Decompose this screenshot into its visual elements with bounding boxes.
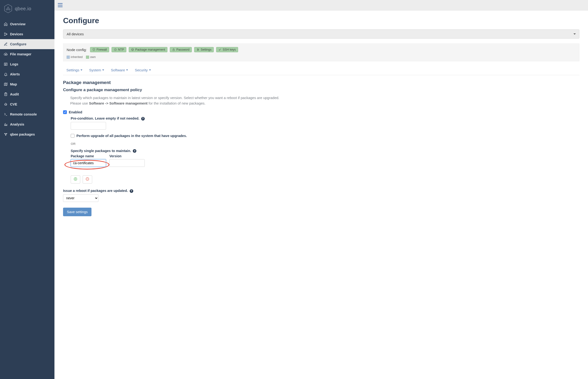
content: Configure All devices Node config: Firew… [54, 11, 588, 225]
svg-point-32 [219, 50, 220, 51]
sidebar-label: Devices [10, 32, 23, 36]
save-button[interactable]: Save settings [63, 208, 91, 216]
own-swatch [86, 56, 89, 59]
enabled-checkbox[interactable] [63, 110, 67, 114]
precondition-input[interactable] [71, 122, 106, 130]
nav-list: Overview Devices Configure File manager [0, 19, 54, 139]
help-icon[interactable]: ? [133, 149, 136, 153]
cloud-upload-icon [4, 52, 8, 56]
sidebar-item-file-manager[interactable]: File manager [0, 49, 54, 59]
tab-settings[interactable]: Settings [66, 68, 82, 72]
lock-icon [172, 48, 175, 51]
upgrade-all-row[interactable]: Perform upgrade of all packages in the s… [71, 134, 579, 138]
node-config-label: Node config: [67, 48, 87, 52]
sidebar-label: File manager [10, 52, 31, 56]
logo[interactable]: qbee.io [0, 0, 54, 19]
scope-selector[interactable]: All devices [63, 29, 579, 39]
help-icon[interactable]: ? [141, 117, 145, 121]
specify-label: Specify single packages to maintain. ? [71, 149, 579, 153]
chevron-down-icon [81, 69, 82, 71]
sidebar-item-alerts[interactable]: Alerts [0, 69, 54, 79]
svg-point-31 [197, 50, 198, 51]
sidebar: qbee.io Overview Devices Configure [0, 0, 54, 379]
version-label: Version [109, 154, 145, 158]
sidebar-item-logs[interactable]: Logs [0, 59, 54, 69]
reboot-select[interactable]: never [63, 194, 98, 202]
enabled-label: Enabled [69, 110, 82, 114]
node-config-bar: Node config: Firewall NTP Package manage… [63, 43, 579, 61]
chip-firewall[interactable]: Firewall [90, 47, 109, 52]
clock-icon [114, 48, 117, 51]
sidebar-item-map[interactable]: Map [0, 79, 54, 89]
sidebar-label: Audit [10, 92, 19, 96]
sidebar-label: Map [10, 82, 17, 86]
sidebar-item-cve[interactable]: CVE [0, 99, 54, 109]
chevron-down-icon [102, 69, 104, 71]
chevron-down-icon [126, 69, 128, 71]
packages-icon [4, 132, 8, 136]
package-name-label: Package name [71, 154, 106, 158]
version-input[interactable] [109, 159, 145, 167]
logo-icon [4, 4, 12, 13]
bell-icon [4, 72, 8, 76]
upgrade-all-label: Perform upgrade of all packages in the s… [76, 134, 187, 138]
chip-password[interactable]: Password [170, 47, 192, 52]
remove-package-button[interactable] [83, 175, 92, 184]
map-icon [4, 82, 8, 86]
analysis-icon [4, 122, 8, 126]
sidebar-label: Analysis [10, 122, 24, 126]
svg-point-3 [9, 9, 10, 10]
hamburger-icon[interactable] [58, 3, 63, 7]
help-icon[interactable]: ? [130, 189, 133, 193]
tab-system[interactable]: System [89, 68, 104, 72]
svg-point-7 [4, 33, 5, 34]
home-icon [4, 22, 8, 26]
svg-marker-0 [4, 4, 12, 13]
sidebar-label: Remote console [10, 112, 37, 116]
chevron-down-icon [573, 33, 576, 35]
chevron-down-icon [149, 69, 151, 71]
section-subtitle: Configure a package management policy [63, 88, 579, 92]
svg-point-30 [198, 49, 199, 50]
package-name-input[interactable] [71, 159, 106, 167]
or-label: OR [71, 142, 579, 146]
upgrade-all-checkbox[interactable] [71, 134, 75, 138]
sidebar-item-analysis[interactable]: Analysis [0, 119, 54, 129]
clipboard-check-icon [4, 92, 8, 96]
plus-circle-icon [74, 177, 77, 182]
svg-point-19 [5, 104, 7, 105]
svg-marker-14 [4, 83, 7, 86]
page-title: Configure [63, 16, 579, 25]
sidebar-label: Logs [10, 62, 18, 66]
bug-icon [4, 102, 8, 106]
sidebar-item-overview[interactable]: Overview [0, 19, 54, 29]
minus-circle-icon [85, 177, 89, 182]
package-row: Package name Version [71, 154, 579, 167]
terminal-icon [4, 112, 8, 116]
chip-package-management[interactable]: Package management [129, 47, 167, 52]
svg-point-29 [197, 49, 198, 49]
svg-line-4 [7, 8, 8, 9]
chip-settings[interactable]: Settings [194, 47, 214, 52]
reboot-label: Issue a reboot if packages are updated. … [63, 189, 579, 193]
logo-text: qbee.io [15, 6, 31, 12]
sidebar-item-devices[interactable]: Devices [0, 29, 54, 39]
chip-ntp[interactable]: NTP [112, 47, 126, 52]
tab-security[interactable]: Security [135, 68, 151, 72]
form: Enabled Pre-condition. Leave empty if no… [63, 110, 579, 216]
main: Configure All devices Node config: Firew… [54, 0, 588, 379]
legend: inherited own [67, 55, 576, 59]
tab-software[interactable]: Software [111, 68, 128, 72]
sidebar-label: Alerts [10, 72, 20, 76]
chip-ssh-keys[interactable]: SSH keys [216, 47, 238, 52]
add-package-button[interactable] [71, 175, 80, 184]
enabled-row[interactable]: Enabled [63, 110, 579, 114]
sliders-icon [196, 48, 199, 51]
scope-value: All devices [67, 32, 84, 36]
section-title: Package management [63, 80, 579, 85]
edit-icon [4, 42, 8, 46]
sidebar-item-qbee-packages[interactable]: qbee packages [0, 129, 54, 139]
sidebar-item-remote-console[interactable]: Remote console [0, 109, 54, 119]
sidebar-item-configure[interactable]: Configure [0, 39, 54, 49]
sidebar-item-audit[interactable]: Audit [0, 89, 54, 99]
